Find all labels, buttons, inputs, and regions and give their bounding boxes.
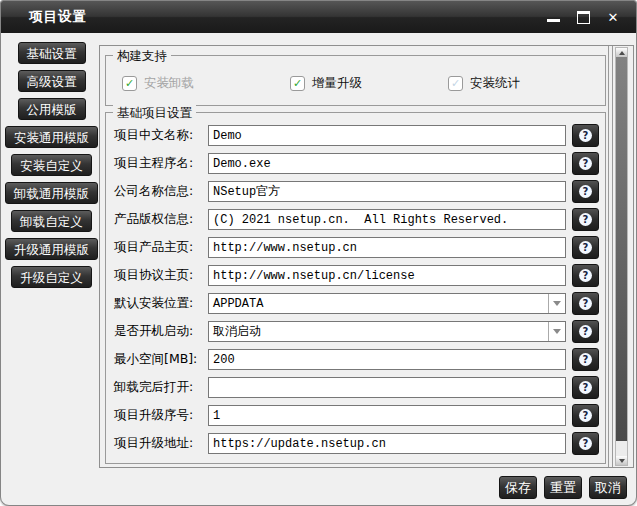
select-value: 取消启动: [209, 323, 548, 340]
field-row-project-name: 项目中文名称: ?: [114, 125, 599, 146]
basic-settings-legend: 基础项目设置: [113, 105, 196, 120]
open-after-uninstall-input[interactable]: [208, 377, 566, 398]
help-icon: ?: [579, 325, 592, 338]
autostart-select[interactable]: 取消启动: [208, 321, 566, 342]
field-label: 项目产品主页:: [114, 239, 208, 256]
help-icon: ?: [579, 297, 592, 310]
checkbox-incremental-upgrade[interactable]: ✓ 增量升级: [290, 75, 362, 92]
sidebar-item-uninstall-template[interactable]: 卸载通用模版: [5, 182, 98, 204]
chevron-down-icon: [553, 301, 561, 306]
field-row-copyright: 产品版权信息: ?: [114, 209, 599, 230]
scrollbar-thumb[interactable]: [616, 57, 627, 441]
checkbox-checked-icon: ✓: [122, 76, 137, 91]
checkbox-install-statistics[interactable]: ✓ 安装统计: [448, 75, 520, 92]
reset-button[interactable]: 重置: [544, 476, 582, 499]
sidebar-item-uninstall-custom[interactable]: 卸载自定义: [11, 210, 92, 232]
scrollbar-track[interactable]: [616, 441, 627, 456]
scroll-up-button[interactable]: [616, 48, 627, 57]
basic-settings-group: 基础项目设置 项目中文名称: ? 项目主程序名: ?: [105, 112, 606, 464]
help-icon: ?: [579, 409, 592, 422]
close-icon: ✕: [608, 11, 619, 24]
dropdown-button[interactable]: [548, 322, 565, 341]
maximize-icon: [577, 11, 590, 24]
help-icon: ?: [579, 129, 592, 142]
field-row-open-after-uninstall: 卸载完后打开: ?: [114, 377, 599, 398]
field-row-product-homepage: 项目产品主页: ?: [114, 237, 599, 258]
field-label: 默认安装位置:: [114, 295, 208, 312]
checkbox-faded-check-icon: ✓: [448, 76, 463, 91]
field-label: 卸载完后打开:: [114, 379, 208, 396]
field-label: 项目协议主页:: [114, 267, 208, 284]
help-button[interactable]: ?: [572, 264, 599, 287]
help-button[interactable]: ?: [572, 320, 599, 343]
help-button[interactable]: ?: [572, 348, 599, 371]
sidebar-item-advanced-settings[interactable]: 高级设置: [18, 70, 86, 92]
main-exe-input[interactable]: [208, 153, 566, 174]
window-title: 项目设置: [1, 8, 543, 26]
cancel-button[interactable]: 取消: [589, 476, 627, 499]
help-icon: ?: [579, 437, 592, 450]
build-support-legend: 构建支持: [113, 48, 171, 63]
sidebar-item-basic-settings[interactable]: 基础设置: [18, 42, 86, 64]
field-row-upgrade-url: 项目升级地址: ?: [114, 433, 599, 454]
checkbox-label: 安装卸载: [144, 75, 194, 92]
footer-buttons: 保存 重置 取消: [499, 476, 627, 499]
help-button[interactable]: ?: [572, 236, 599, 259]
vertical-scrollbar[interactable]: [615, 47, 628, 466]
upgrade-serial-input[interactable]: [208, 405, 566, 426]
help-icon: ?: [579, 157, 592, 170]
sidebar-item-upgrade-custom[interactable]: 升级自定义: [11, 266, 92, 288]
help-button[interactable]: ?: [572, 180, 599, 203]
checkbox-checked-icon: ✓: [290, 76, 305, 91]
main-panel: 构建支持 ✓ 安装卸载 ✓ 增量升级 ✓ 安装统计 基础项目设置 项目中文名称:: [99, 45, 634, 468]
help-icon: ?: [579, 185, 592, 198]
save-button[interactable]: 保存: [499, 476, 537, 499]
field-row-upgrade-serial: 项目升级序号: ?: [114, 405, 599, 426]
field-label: 公司名称信息:: [114, 183, 208, 200]
checkbox-label: 安装统计: [470, 75, 520, 92]
minimize-button[interactable]: [543, 8, 563, 26]
build-support-group: 构建支持 ✓ 安装卸载 ✓ 增量升级 ✓ 安装统计: [105, 55, 606, 106]
field-label: 项目升级地址:: [114, 435, 208, 452]
field-row-license-homepage: 项目协议主页: ?: [114, 265, 599, 286]
field-label: 项目主程序名:: [114, 155, 208, 172]
copyright-input[interactable]: [208, 209, 566, 230]
field-label: 项目中文名称:: [114, 127, 208, 144]
scroll-down-button[interactable]: [616, 456, 627, 465]
field-row-company-name: 公司名称信息: ?: [114, 181, 599, 202]
help-button[interactable]: ?: [572, 152, 599, 175]
titlebar[interactable]: 项目设置 ✕: [1, 1, 636, 33]
minimize-icon: [547, 19, 560, 22]
install-location-select[interactable]: APPDATA: [208, 293, 566, 314]
project-name-input[interactable]: [208, 125, 566, 146]
field-row-autostart: 是否开机启动: 取消启动 ?: [114, 321, 599, 342]
help-button[interactable]: ?: [572, 432, 599, 455]
product-homepage-input[interactable]: [208, 237, 566, 258]
field-row-install-location: 默认安装位置: APPDATA ?: [114, 293, 599, 314]
help-button[interactable]: ?: [572, 124, 599, 147]
field-label: 项目升级序号:: [114, 407, 208, 424]
sidebar-item-install-template[interactable]: 安装通用模版: [5, 126, 98, 148]
arrow-down-icon: [619, 459, 625, 463]
sidebar-item-upgrade-template[interactable]: 升级通用模版: [5, 238, 98, 260]
field-row-min-space: 最小空间[MB]: ?: [114, 349, 599, 370]
help-button[interactable]: ?: [572, 292, 599, 315]
close-button[interactable]: ✕: [603, 8, 623, 26]
company-name-input[interactable]: [208, 181, 566, 202]
project-settings-window: 项目设置 ✕ 基础设置 高级设置 公用模版 安装通用模版 安装自定义 卸载通用模…: [0, 0, 637, 506]
help-button[interactable]: ?: [572, 376, 599, 399]
upgrade-url-input[interactable]: [208, 433, 566, 454]
checkbox-label: 增量升级: [312, 75, 362, 92]
field-label: 产品版权信息:: [114, 211, 208, 228]
license-homepage-input[interactable]: [208, 265, 566, 286]
help-icon: ?: [579, 381, 592, 394]
help-button[interactable]: ?: [572, 208, 599, 231]
help-button[interactable]: ?: [572, 404, 599, 427]
sidebar-item-common-template[interactable]: 公用模版: [18, 98, 86, 120]
dropdown-button[interactable]: [548, 294, 565, 313]
sidebar-item-install-custom[interactable]: 安装自定义: [11, 154, 92, 176]
maximize-button[interactable]: [573, 8, 593, 26]
help-icon: ?: [579, 241, 592, 254]
min-space-input[interactable]: [208, 349, 566, 370]
help-icon: ?: [579, 269, 592, 282]
